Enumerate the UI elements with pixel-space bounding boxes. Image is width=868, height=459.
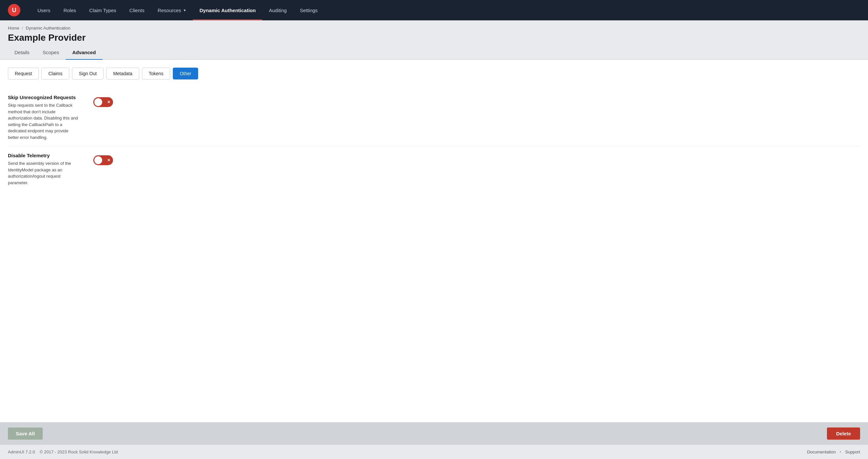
sub-tabs: Request Claims Sign Out Metadata Tokens … bbox=[8, 68, 860, 79]
sub-tab-sign-out[interactable]: Sign Out bbox=[72, 68, 103, 79]
section-control-skip: ✕ bbox=[93, 97, 113, 107]
footer-dot: • bbox=[840, 450, 841, 454]
toggle-x-skip: ✕ bbox=[107, 100, 111, 104]
section-desc-telemetry: Send the assembly version of the Identit… bbox=[8, 160, 80, 186]
page-footer: AdminUI 7.2.0 © 2017 - 2023 Rock Solid K… bbox=[0, 445, 868, 459]
section-title-telemetry: Disable Telemetry bbox=[8, 153, 80, 158]
toggle-knob-telemetry bbox=[94, 156, 102, 164]
navbar: U Users Roles Claim Types Clients Resour… bbox=[0, 0, 868, 20]
footer-version: AdminUI 7.2.0 bbox=[8, 450, 35, 454]
sub-tab-other[interactable]: Other bbox=[173, 68, 198, 79]
nav-item-users[interactable]: Users bbox=[31, 0, 57, 20]
nav-item-dynamic-authentication[interactable]: Dynamic Authentication bbox=[193, 0, 262, 20]
section-skip-unrecognized: Skip Unrecognized Requests Skip requests… bbox=[8, 89, 860, 147]
sub-tab-tokens[interactable]: Tokens bbox=[142, 68, 170, 79]
tab-details[interactable]: Details bbox=[8, 46, 36, 60]
sub-tab-metadata[interactable]: Metadata bbox=[106, 68, 139, 79]
page-title: Example Provider bbox=[0, 31, 868, 43]
save-all-button[interactable]: Save All bbox=[8, 427, 43, 439]
footer-copyright: © 2017 - 2023 Rock Solid Knowledge Ltd bbox=[40, 450, 118, 454]
toggle-skip-unrecognized[interactable]: ✕ bbox=[93, 97, 113, 107]
breadcrumb-home[interactable]: Home bbox=[8, 26, 20, 31]
delete-button[interactable]: Delete bbox=[827, 427, 860, 439]
nav-item-claim-types[interactable]: Claim Types bbox=[83, 0, 123, 20]
section-desc-skip: Skip requests sent to the Callback metho… bbox=[8, 102, 80, 140]
sub-tab-claims[interactable]: Claims bbox=[41, 68, 69, 79]
sub-tab-request[interactable]: Request bbox=[8, 68, 39, 79]
toggle-disable-telemetry[interactable]: ✕ bbox=[93, 155, 113, 165]
content-area: Request Claims Sign Out Metadata Tokens … bbox=[0, 60, 868, 422]
tabs-area: Details Scopes Advanced bbox=[0, 46, 868, 60]
toggle-knob-skip bbox=[94, 98, 102, 106]
tab-advanced[interactable]: Advanced bbox=[66, 46, 102, 60]
section-disable-telemetry: Disable Telemetry Send the assembly vers… bbox=[8, 147, 860, 192]
section-text-telemetry: Disable Telemetry Send the assembly vers… bbox=[8, 153, 80, 186]
breadcrumb-area: Home / Dynamic Authentication bbox=[0, 20, 868, 31]
app-logo[interactable]: U bbox=[8, 4, 20, 17]
section-control-telemetry: ✕ bbox=[93, 155, 113, 165]
nav-item-clients[interactable]: Clients bbox=[123, 0, 151, 20]
footer-toolbar: Save All Delete bbox=[0, 422, 868, 445]
footer-info: AdminUI 7.2.0 © 2017 - 2023 Rock Solid K… bbox=[8, 450, 118, 454]
nav-item-settings[interactable]: Settings bbox=[293, 0, 324, 20]
footer-support-link[interactable]: Support bbox=[845, 450, 860, 454]
section-text-skip: Skip Unrecognized Requests Skip requests… bbox=[8, 95, 80, 140]
section-title-skip: Skip Unrecognized Requests bbox=[8, 95, 80, 100]
nav-item-roles[interactable]: Roles bbox=[57, 0, 83, 20]
footer-documentation-link[interactable]: Documentation bbox=[807, 450, 835, 454]
nav-item-resources[interactable]: Resources ▼ bbox=[151, 0, 193, 20]
nav-item-auditing[interactable]: Auditing bbox=[262, 0, 293, 20]
toggle-x-telemetry: ✕ bbox=[107, 158, 111, 163]
tab-scopes[interactable]: Scopes bbox=[36, 46, 66, 60]
resources-dropdown-arrow: ▼ bbox=[183, 8, 186, 12]
breadcrumb: Home / Dynamic Authentication bbox=[8, 26, 860, 31]
breadcrumb-separator: / bbox=[22, 26, 23, 31]
breadcrumb-current: Dynamic Authentication bbox=[26, 26, 70, 31]
nav-menu: Users Roles Claim Types Clients Resource… bbox=[31, 0, 860, 20]
footer-links: Documentation • Support bbox=[807, 450, 860, 454]
